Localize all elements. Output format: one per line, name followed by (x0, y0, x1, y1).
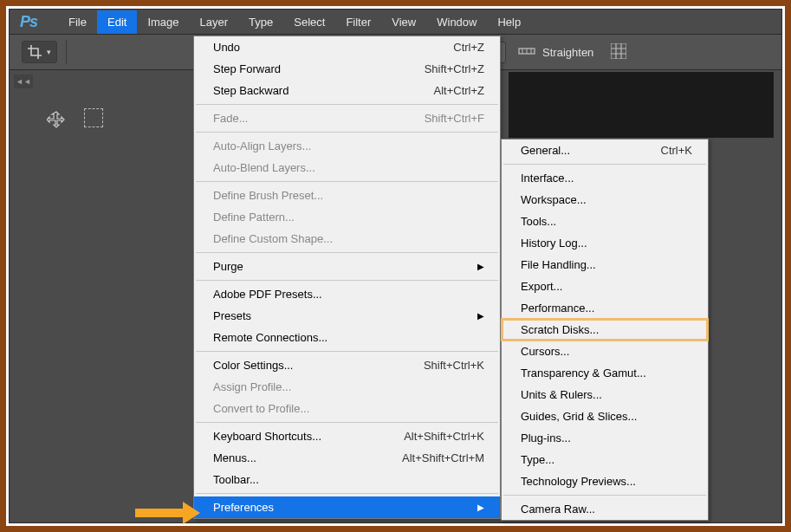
separator (196, 280, 498, 281)
menu-image[interactable]: Image (137, 10, 189, 34)
separator (196, 252, 498, 253)
photoshop-window: Ps File Edit Image Layer Type Select Fil… (9, 9, 782, 523)
crop-icon (28, 45, 42, 59)
menu-toolbar[interactable]: Toolbar... (194, 469, 500, 490)
move-icon[interactable] (44, 108, 68, 133)
menu-edit[interactable]: Edit (97, 10, 137, 34)
panel-collapse-tab[interactable]: ◄◄ (14, 75, 33, 88)
menu-custom-shape: Define Custom Shape... (194, 228, 500, 250)
pref-export[interactable]: Export... (502, 276, 708, 297)
separator (196, 181, 498, 182)
crop-tool-picker[interactable]: ▾ (22, 41, 57, 63)
annotation-arrow (135, 502, 200, 524)
canvas-area (509, 72, 774, 138)
submenu-arrow-icon: ▶ (469, 500, 484, 515)
pref-type[interactable]: Type... (502, 449, 708, 470)
pref-transparency-gamut[interactable]: Transparency & Gamut... (502, 362, 708, 384)
pref-cursors[interactable]: Cursors... (502, 341, 708, 362)
menu-keyboard-shortcuts[interactable]: Keyboard Shortcuts...Alt+Shift+Ctrl+K (194, 425, 500, 447)
menu-fade: Fade...Shift+Ctrl+F (194, 107, 500, 129)
separator (196, 351, 498, 352)
pref-file-handling[interactable]: File Handling... (502, 254, 708, 276)
menu-assign-profile: Assign Profile... (194, 376, 500, 398)
separator (196, 422, 498, 423)
pref-general[interactable]: General...Ctrl+K (502, 139, 708, 161)
menu-auto-align: Auto-Align Layers... (194, 135, 500, 157)
menu-step-forward[interactable]: Step ForwardShift+Ctrl+Z (194, 58, 500, 80)
pref-units-rulers[interactable]: Units & Rulers... (502, 384, 708, 405)
pref-performance[interactable]: Performance... (502, 297, 708, 319)
straighten-icon[interactable] (518, 45, 535, 60)
menu-menus[interactable]: Menus...Alt+Shift+Ctrl+M (194, 447, 500, 469)
floating-tools (44, 108, 103, 133)
grid-icon[interactable] (611, 43, 626, 62)
menu-filter[interactable]: Filter (335, 10, 381, 34)
pref-scratch-disks[interactable]: Scratch Disks... (502, 319, 708, 341)
pref-guides-grid-slices[interactable]: Guides, Grid & Slices... (502, 405, 708, 427)
menu-window[interactable]: Window (426, 10, 487, 34)
menu-layer[interactable]: Layer (190, 10, 239, 34)
menubar: Ps File Edit Image Layer Type Select Fil… (10, 10, 781, 34)
screenshot-frame: Ps File Edit Image Layer Type Select Fil… (6, 6, 785, 526)
submenu-arrow-icon: ▶ (469, 259, 484, 274)
menu-step-backward[interactable]: Step BackwardAlt+Ctrl+Z (194, 80, 500, 101)
pref-history-log[interactable]: History Log... (502, 232, 708, 254)
app-logo: Ps (20, 13, 37, 31)
menu-convert-profile: Convert to Profile... (194, 398, 500, 419)
menu-presets[interactable]: Presets▶ (194, 305, 500, 327)
menu-undo[interactable]: UndoCtrl+Z (194, 36, 500, 58)
straighten-label[interactable]: Straighten (542, 46, 593, 59)
separator (196, 132, 498, 133)
artboard-icon[interactable] (84, 108, 103, 127)
menu-file[interactable]: File (58, 10, 97, 34)
menu-select[interactable]: Select (283, 10, 335, 34)
menu-brush-preset: Define Brush Preset... (194, 185, 500, 206)
menu-view[interactable]: View (381, 10, 426, 34)
pref-technology-previews[interactable]: Technology Previews... (502, 470, 708, 492)
pref-plugins[interactable]: Plug-ins... (502, 427, 708, 449)
submenu-arrow-icon: ▶ (469, 308, 484, 323)
menu-auto-blend: Auto-Blend Layers... (194, 157, 500, 178)
divider (66, 40, 67, 64)
edit-menu-dropdown: UndoCtrl+Z Step ForwardShift+Ctrl+Z Step… (193, 36, 501, 519)
menu-pdf-presets[interactable]: Adobe PDF Presets... (194, 283, 500, 305)
separator (503, 164, 706, 165)
separator (503, 495, 706, 496)
menu-remote-connections[interactable]: Remote Connections... (194, 327, 500, 348)
menu-color-settings[interactable]: Color Settings...Shift+Ctrl+K (194, 354, 500, 376)
preferences-submenu: General...Ctrl+K Interface... Workspace.… (501, 139, 709, 521)
menu-preferences[interactable]: Preferences▶ (194, 496, 500, 518)
separator (196, 104, 498, 105)
chevron-down-icon: ▾ (47, 48, 51, 56)
menu-define-pattern: Define Pattern... (194, 206, 500, 228)
separator (196, 493, 498, 494)
menu-purge[interactable]: Purge▶ (194, 256, 500, 277)
pref-tools[interactable]: Tools... (502, 211, 708, 232)
pref-workspace[interactable]: Workspace... (502, 189, 708, 211)
pref-interface[interactable]: Interface... (502, 167, 708, 189)
menu-help[interactable]: Help (487, 10, 531, 34)
menu-type[interactable]: Type (238, 10, 283, 34)
pref-camera-raw[interactable]: Camera Raw... (502, 498, 708, 520)
